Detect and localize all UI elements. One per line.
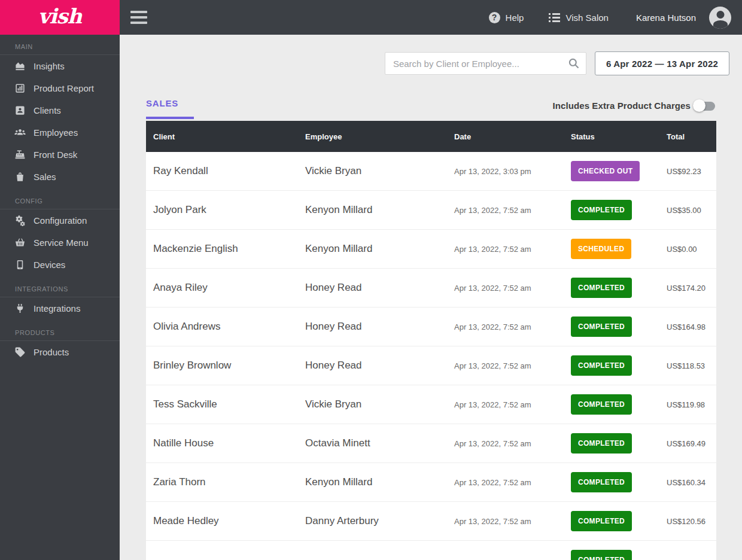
avatar[interactable] <box>709 7 731 29</box>
tablet-icon <box>14 259 26 270</box>
sidebar-item-integrations[interactable]: Integrations <box>0 297 120 319</box>
sidebar-item-label: Integrations <box>34 303 80 314</box>
date-cell: Apr 13, 2022, 7:52 am <box>447 361 564 370</box>
area-chart-icon <box>14 60 26 72</box>
total-cell: US$0.00 <box>659 245 716 254</box>
total-cell: US$164.98 <box>659 322 716 331</box>
table-row[interactable]: Mackenzie EnglishKenyon MillardApr 13, 2… <box>146 230 716 269</box>
sidebar-item-configuration[interactable]: Configuration <box>0 209 120 232</box>
sales-table-body: Ray KendallVickie BryanApr 13, 2022, 3:0… <box>146 152 716 560</box>
date-cell: Apr 13, 2022, 7:52 am <box>447 517 564 526</box>
table-row[interactable]: Jolyon ParkKenyon MillardApr 13, 2022, 7… <box>146 191 716 230</box>
table-row[interactable]: Olivia AndrewsHoney ReadApr 13, 2022, 7:… <box>146 308 716 346</box>
sidebar-item-label: Service Menu <box>34 238 89 248</box>
vish-logo[interactable]: vish <box>0 0 120 35</box>
sidebar-item-insights[interactable]: Insights <box>0 55 120 77</box>
date-cell: Apr 13, 2022, 7:52 am <box>447 322 564 331</box>
employee-cell: Vickie Bryan <box>298 398 447 410</box>
status-cell: COMPLETED <box>564 355 659 376</box>
help-button[interactable]: ? Help <box>489 12 524 23</box>
sidebar-section: MAINInsightsProduct ReportClientsEmploye… <box>0 43 120 188</box>
help-icon: ? <box>489 12 500 23</box>
sidebar-item-label: Insights <box>34 61 65 71</box>
tab-active-underline <box>146 117 194 119</box>
sidebar-item-sales[interactable]: Sales <box>0 166 120 188</box>
employee-cell: Kenyon Millard <box>298 243 447 255</box>
sidebar-item-service-menu[interactable]: Service Menu <box>0 232 120 254</box>
sales-table: Client Employee Date Status Total Ray Ke… <box>146 121 716 560</box>
client-cell: Brinley Brownlow <box>146 360 298 372</box>
date-cell: Apr 13, 2022, 7:52 am <box>447 400 564 409</box>
client-cell: Anaya Riley <box>146 282 298 294</box>
sidebar-item-products[interactable]: Products <box>0 341 120 363</box>
total-cell: US$174.20 <box>659 284 716 293</box>
sidebar-item-front-desk[interactable]: Front Desk <box>0 144 120 166</box>
date-range-button[interactable]: 6 Apr 2022 — 13 Apr 2022 <box>595 51 729 75</box>
employee-cell: Danny Arterbury <box>298 515 447 527</box>
status-badge: COMPLETED <box>571 550 632 560</box>
employee-cell: Honey Read <box>298 360 447 372</box>
bar-chart-icon <box>14 83 26 94</box>
shopping-bag-icon <box>14 171 26 182</box>
table-row[interactable]: Tess SackvilleVickie BryanApr 13, 2022, … <box>146 385 716 424</box>
sidebar-item-label: Configuration <box>34 215 87 226</box>
extra-charges-toggle-label: Includes Extra Product Charges <box>552 101 691 111</box>
sidebar-item-label: Front Desk <box>34 150 77 160</box>
sidebar-item-devices[interactable]: Devices <box>0 254 120 276</box>
total-cell: US$169.49 <box>659 439 716 448</box>
status-badge: COMPLETED <box>571 472 632 492</box>
total-cell: US$119.98 <box>659 400 716 409</box>
client-cell: Olivia Andrews <box>146 321 298 333</box>
tab-sales[interactable]: SALES <box>146 98 194 119</box>
people-group-icon <box>14 127 26 138</box>
column-header-client: Client <box>146 132 298 141</box>
menu-hamburger-icon[interactable] <box>130 11 147 24</box>
sidebar-section-label: PRODUCTS <box>0 329 120 340</box>
column-header-status: Status <box>564 132 659 141</box>
date-cell: Apr 13, 2022, 7:52 am <box>447 439 564 448</box>
sidebar-section-label: MAIN <box>0 43 120 54</box>
search-input[interactable] <box>385 52 586 75</box>
table-row[interactable]: Meade HedleyDanny ArterburyApr 13, 2022,… <box>146 502 716 541</box>
sidebar-item-label: Employees <box>34 127 78 138</box>
table-row[interactable]: Natille HouseOctavia MinettApr 13, 2022,… <box>146 424 716 463</box>
sidebar-item-product-report[interactable]: Product Report <box>0 77 120 99</box>
date-cell: Apr 13, 2022, 7:52 am <box>447 284 564 293</box>
status-cell: COMPLETED <box>564 511 659 531</box>
salon-selector[interactable]: Vish Salon <box>549 13 608 23</box>
extra-charges-toggle[interactable] <box>693 99 716 112</box>
table-row[interactable]: Brinley BrownlowHoney ReadApr 13, 2022, … <box>146 346 716 385</box>
tab-sales-label: SALES <box>146 98 194 108</box>
column-header-total: Total <box>659 132 716 141</box>
sidebar-item-clients[interactable]: Clients <box>0 99 120 121</box>
table-row[interactable]: Zaria ThornKenyon MillardApr 13, 2022, 7… <box>146 463 716 502</box>
vish-logo-text: vish <box>38 6 82 29</box>
client-cell: Natille House <box>146 437 298 449</box>
sidebar-item-label: Product Report <box>34 83 94 93</box>
search-icon[interactable] <box>568 57 580 69</box>
total-cell: US$92.23 <box>659 167 716 176</box>
table-header-row: Client Employee Date Status Total <box>146 121 716 152</box>
sidebar-item-label: Sales <box>34 172 56 182</box>
total-cell: US$160.34 <box>659 478 716 487</box>
table-row[interactable]: Ray KendallVickie BryanApr 13, 2022, 3:0… <box>146 152 716 191</box>
contact-card-icon <box>14 105 26 116</box>
sidebar: MAINInsightsProduct ReportClientsEmploye… <box>0 35 120 560</box>
sidebar-item-employees[interactable]: Employees <box>0 121 120 144</box>
status-badge: COMPLETED <box>571 433 632 454</box>
table-row[interactable]: COMPLETED <box>146 541 716 560</box>
date-cell: Apr 13, 2022, 7:52 am <box>447 245 564 254</box>
status-cell: COMPLETED <box>564 200 659 220</box>
sidebar-section: CONFIGConfigurationService MenuDevices <box>0 197 120 276</box>
avatar-person-icon <box>716 11 724 19</box>
employee-cell: Honey Read <box>298 282 447 294</box>
main-content: 6 Apr 2022 — 13 Apr 2022 SALES Includes … <box>120 35 742 560</box>
salon-name-label: Vish Salon <box>565 13 608 23</box>
status-badge: COMPLETED <box>571 355 632 376</box>
table-row[interactable]: Anaya RileyHoney ReadApr 13, 2022, 7:52 … <box>146 269 716 308</box>
date-cell: Apr 13, 2022, 7:52 am <box>447 478 564 487</box>
client-cell: Jolyon Park <box>146 204 298 216</box>
sidebar-sections: MAINInsightsProduct ReportClientsEmploye… <box>0 43 120 363</box>
employee-cell: Vickie Bryan <box>298 165 447 177</box>
status-cell: COMPLETED <box>564 316 659 337</box>
